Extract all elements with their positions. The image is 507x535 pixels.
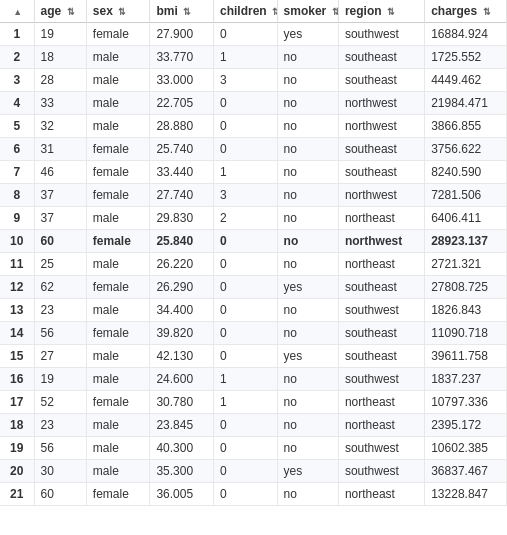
cell-age: 30 xyxy=(34,460,86,483)
col-header-charges[interactable]: charges ⇅ xyxy=(425,0,507,23)
cell-bmi: 27.900 xyxy=(150,23,214,46)
cell-bmi: 26.290 xyxy=(150,276,214,299)
cell-sex: female xyxy=(86,138,150,161)
cell-charges: 3866.855 xyxy=(425,115,507,138)
cell-age: 56 xyxy=(34,322,86,345)
cell-children: 0 xyxy=(213,92,277,115)
cell-smoker: no xyxy=(277,368,338,391)
cell-children: 3 xyxy=(213,69,277,92)
col-header-age[interactable]: age ⇅ xyxy=(34,0,86,23)
cell-sex: female xyxy=(86,23,150,46)
col-label-children: children xyxy=(220,4,267,18)
cell-smoker: no xyxy=(277,253,338,276)
cell-children: 2 xyxy=(213,207,277,230)
cell-sex: male xyxy=(86,414,150,437)
cell-charges: 21984.471 xyxy=(425,92,507,115)
cell-charges: 10797.336 xyxy=(425,391,507,414)
cell-bmi: 33.440 xyxy=(150,161,214,184)
col-label-charges: charges xyxy=(431,4,477,18)
cell-children: 0 xyxy=(213,345,277,368)
cell-index: 12 xyxy=(0,276,34,299)
cell-sex: male xyxy=(86,460,150,483)
cell-children: 1 xyxy=(213,46,277,69)
cell-smoker: no xyxy=(277,46,338,69)
cell-index: 21 xyxy=(0,483,34,506)
cell-charges: 2395.172 xyxy=(425,414,507,437)
cell-smoker: no xyxy=(277,92,338,115)
cell-bmi: 33.000 xyxy=(150,69,214,92)
cell-age: 25 xyxy=(34,253,86,276)
cell-charges: 27808.725 xyxy=(425,276,507,299)
cell-age: 28 xyxy=(34,69,86,92)
cell-sex: female xyxy=(86,322,150,345)
cell-smoker: yes xyxy=(277,345,338,368)
cell-index: 3 xyxy=(0,69,34,92)
col-header-smoker[interactable]: smoker ⇅ xyxy=(277,0,338,23)
table-row: 1956male40.3000nosouthwest10602.385 xyxy=(0,437,507,460)
cell-index: 8 xyxy=(0,184,34,207)
cell-smoker: no xyxy=(277,299,338,322)
cell-bmi: 25.840 xyxy=(150,230,214,253)
cell-charges: 13228.847 xyxy=(425,483,507,506)
col-label-age: age xyxy=(41,4,62,18)
cell-region: northwest xyxy=(338,230,424,253)
col-header-region[interactable]: region ⇅ xyxy=(338,0,424,23)
table-row: 1060female25.8400nonorthwest28923.137 xyxy=(0,230,507,253)
cell-children: 0 xyxy=(213,138,277,161)
table-row: 1527male42.1300yessoutheast39611.758 xyxy=(0,345,507,368)
cell-region: northeast xyxy=(338,391,424,414)
cell-age: 52 xyxy=(34,391,86,414)
cell-children: 0 xyxy=(213,253,277,276)
table-row: 1456female39.8200nosoutheast11090.718 xyxy=(0,322,507,345)
cell-region: southeast xyxy=(338,345,424,368)
cell-age: 23 xyxy=(34,414,86,437)
cell-sex: male xyxy=(86,46,150,69)
cell-index: 14 xyxy=(0,322,34,345)
cell-age: 60 xyxy=(34,230,86,253)
table-row: 1752female30.7801nonortheast10797.336 xyxy=(0,391,507,414)
cell-bmi: 30.780 xyxy=(150,391,214,414)
cell-index: 13 xyxy=(0,299,34,322)
cell-charges: 4449.462 xyxy=(425,69,507,92)
cell-index: 5 xyxy=(0,115,34,138)
cell-charges: 7281.506 xyxy=(425,184,507,207)
cell-smoker: no xyxy=(277,391,338,414)
table-row: 218male33.7701nosoutheast1725.552 xyxy=(0,46,507,69)
table-row: 1619male24.6001nosouthwest1837.237 xyxy=(0,368,507,391)
table-row: 1323male34.4000nosouthwest1826.843 xyxy=(0,299,507,322)
col-header-sex[interactable]: sex ⇅ xyxy=(86,0,150,23)
table-row: 119female27.9000yessouthwest16884.924 xyxy=(0,23,507,46)
cell-children: 0 xyxy=(213,23,277,46)
cell-bmi: 36.005 xyxy=(150,483,214,506)
cell-index: 10 xyxy=(0,230,34,253)
cell-bmi: 22.705 xyxy=(150,92,214,115)
sort-icon-smoker: ⇅ xyxy=(332,7,339,17)
cell-age: 19 xyxy=(34,23,86,46)
cell-children: 3 xyxy=(213,184,277,207)
table-row: 937male29.8302nonortheast6406.411 xyxy=(0,207,507,230)
cell-smoker: yes xyxy=(277,23,338,46)
cell-charges: 8240.590 xyxy=(425,161,507,184)
cell-sex: male xyxy=(86,115,150,138)
sort-icon-age: ⇅ xyxy=(67,7,75,17)
cell-region: northeast xyxy=(338,253,424,276)
table-row: 746female33.4401nosoutheast8240.590 xyxy=(0,161,507,184)
cell-region: southeast xyxy=(338,276,424,299)
col-label-sex: sex xyxy=(93,4,113,18)
cell-sex: male xyxy=(86,368,150,391)
cell-region: southwest xyxy=(338,23,424,46)
cell-age: 46 xyxy=(34,161,86,184)
cell-region: northeast xyxy=(338,207,424,230)
col-header-bmi[interactable]: bmi ⇅ xyxy=(150,0,214,23)
cell-charges: 16884.924 xyxy=(425,23,507,46)
cell-sex: male xyxy=(86,92,150,115)
table-row: 328male33.0003nosoutheast4449.462 xyxy=(0,69,507,92)
cell-index: 15 xyxy=(0,345,34,368)
cell-age: 33 xyxy=(34,92,86,115)
cell-smoker: yes xyxy=(277,276,338,299)
cell-smoker: no xyxy=(277,115,338,138)
cell-region: southeast xyxy=(338,138,424,161)
table-row: 433male22.7050nonorthwest21984.471 xyxy=(0,92,507,115)
cell-smoker: no xyxy=(277,184,338,207)
col-header-children[interactable]: children ⇅ xyxy=(213,0,277,23)
